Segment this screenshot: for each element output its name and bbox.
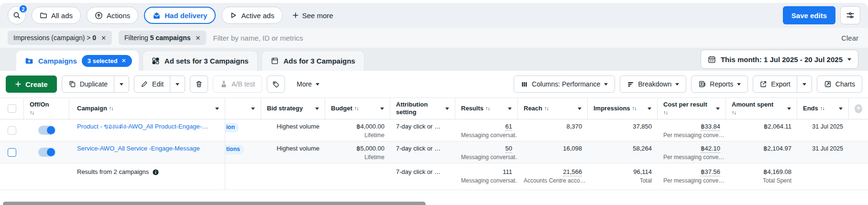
dropdown-caret-icon [802,83,806,86]
row-checkbox[interactable] [8,148,16,157]
export-button[interactable]: Export [753,76,796,92]
reports-button[interactable]: Reports [691,76,748,93]
campaign-name-link[interactable]: Product - ของแต่ง-AWO_All Product-Engage… [77,123,219,131]
date-range-selector[interactable]: This month: 1 Jul 2025 - 20 Jul 2025 [701,50,858,69]
dropdown-caret-icon[interactable] [716,108,720,110]
impressions-cell: 58,264 [588,141,658,163]
header-off-on[interactable]: Off/On↑↓ [24,98,69,119]
filter-bar: Impressions (campaign) > 0 ✕ Filtering 5… [0,28,868,48]
dropdown-caret-icon[interactable] [839,108,843,110]
export-menu-button[interactable] [797,76,812,92]
campaign-toggle[interactable] [38,126,55,135]
header-amount-spent[interactable]: Amount spent ↑↓ [726,98,797,119]
filter-pill-active-ads[interactable]: Active ads [221,7,282,24]
header-budget[interactable]: Budget ↑↓ [325,98,390,119]
duplicate-split-button: Duplicate [62,76,129,93]
header-clipped-column[interactable] [225,98,261,119]
header-reach[interactable]: Reach ↑↓ [518,98,588,119]
campaign-row[interactable]: Service-AWO_All Service -Engage-Message … [0,141,868,163]
header-impressions[interactable]: Impressions ↑↓ [588,98,658,119]
campaign-name-link[interactable]: Service-AWO_All Service -Engage-Message [77,145,219,153]
dropdown-caret-icon [675,83,679,86]
sort-icon: ↑↓ [544,105,549,112]
tag-button[interactable] [267,76,285,93]
dropdown-caret-icon[interactable] [648,108,651,110]
export-icon [759,80,767,88]
create-button[interactable]: Create [6,76,57,93]
dropdown-caret-icon[interactable] [215,108,219,110]
filter-pill-had-delivery[interactable]: Had delivery [144,7,216,24]
more-button[interactable]: More [290,76,326,93]
ab-test-button[interactable]: A/B test [213,76,262,93]
filter-pill-actions[interactable]: Actions [87,7,138,24]
header-attribution[interactable]: Attribution setting [390,98,455,119]
top-toolbar: 2 All ads Actions Had delivery Active ad… [0,3,868,28]
settings-button[interactable] [840,6,860,24]
dropdown-caret-icon[interactable] [787,108,791,110]
dropdown-caret-icon[interactable] [315,108,319,110]
tab-campaigns[interactable]: Campaigns 3 selected ✕ [16,51,139,71]
header-results[interactable]: Results ↑↓ [455,98,518,119]
header-label: Off/On↑↓ [30,101,49,117]
header-campaign[interactable]: Campaign ↑↓ [69,98,225,119]
columns-label: Columns: Performance [532,80,600,88]
clear-filters-button[interactable]: Clear [841,34,860,42]
filter-pill-all-ads[interactable]: All ads [32,7,81,24]
budget-type: Lifetime [331,154,385,162]
bid-strategy-cell: Highest volume [261,141,325,163]
sort-icon: ↑↓ [732,109,736,115]
remove-filter-icon[interactable]: ✕ [101,34,106,42]
budget-cell: ฿4,000.00Lifetime [325,119,390,141]
header-cost-per-result[interactable]: Cost per result ↑↓ [658,98,726,119]
add-column-button[interactable]: + [855,104,862,113]
search-filter-button[interactable]: 2 [8,6,26,24]
had-delivery-icon [153,11,161,20]
dropdown-caret-icon [316,83,319,86]
select-all-checkbox[interactable] [8,104,16,113]
dropdown-caret-icon[interactable] [508,108,512,110]
see-more-label: See more [302,11,333,20]
toggle-knob [47,148,55,156]
header-ends[interactable]: Ends ↑↓ [797,98,849,119]
delete-button[interactable] [190,76,208,93]
horizontal-scrollbar-thumb[interactable] [3,202,426,205]
edit-menu-button[interactable] [170,76,185,92]
dropdown-caret-icon[interactable] [445,108,449,110]
filter-chip-impressions[interactable]: Impressions (campaign) > 0 ✕ [8,31,112,45]
breakdown-button[interactable]: Breakdown [620,76,686,93]
columns-button[interactable]: Columns: Performance [514,76,615,93]
campaign-toggle[interactable] [38,148,55,157]
duplicate-button[interactable]: Duplicate [62,76,114,92]
selected-count-badge[interactable]: 3 selected ✕ [82,55,132,67]
tab-ad-sets[interactable]: Ad sets for 3 Campaigns [143,51,258,71]
duplicate-icon [68,80,76,88]
tab-label: Ads for 3 Campaigns [284,57,355,65]
remove-filter-icon[interactable]: ✕ [196,34,201,42]
cost-per-result-total-cell: ฿37.56Per messaging conve… [658,163,726,190]
edit-button[interactable]: Edit [134,76,170,92]
tab-ads[interactable]: Ads for 3 Campaigns [262,51,364,71]
ab-test-label: A/B test [231,80,255,88]
dropdown-caret-icon[interactable] [380,108,384,110]
clipped-delivery-badge: ion [225,123,239,132]
filter-search-input[interactable] [213,34,835,42]
chip-text: Impressions (campaign) > 0 [13,34,96,42]
see-more-button[interactable]: See more [292,11,333,20]
dropdown-caret-icon[interactable] [251,108,255,110]
dropdown-caret-icon [176,83,179,86]
edit-split-button: Edit [134,76,185,93]
campaign-row[interactable]: Product - ของแต่ง-AWO_All Product-Engage… [0,119,868,141]
header-bid-strategy[interactable]: Bid strategy [261,98,325,119]
filter-chip-filtering-campaigns[interactable]: Filtering 5 campaigns ✕ [119,31,206,45]
row-checkbox[interactable] [8,126,16,135]
dropdown-caret-icon[interactable] [578,108,582,110]
info-icon[interactable] [152,169,159,176]
results-cell: 61Messaging conversat… [455,119,518,141]
save-edits-button[interactable]: Save edits [783,6,835,24]
toggle-knob [47,126,55,134]
charts-button[interactable]: Charts [817,76,862,93]
header-label: Campaign [77,105,107,112]
duplicate-menu-button[interactable] [114,76,129,92]
trash-icon [195,80,203,88]
clear-selection-icon[interactable]: ✕ [121,57,126,64]
